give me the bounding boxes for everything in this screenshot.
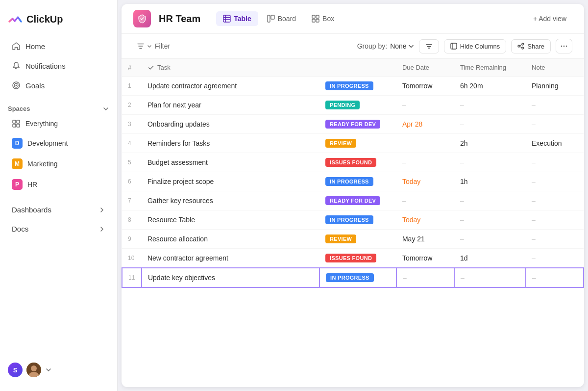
row-due-date: May 21	[396, 230, 454, 249]
hide-columns-button[interactable]: Hide Columns	[444, 39, 507, 53]
svg-point-27	[561, 46, 563, 47]
box-icon	[312, 15, 319, 23]
tab-box-label: Box	[322, 15, 334, 23]
marketing-label: Marketing	[27, 160, 57, 168]
spaces-collapse-icon[interactable]	[102, 105, 109, 112]
status-badge: IN PROGRESS	[326, 273, 374, 282]
dashboards-label: Dashboards	[12, 206, 94, 214]
tab-bar: Table Board Box	[216, 11, 341, 26]
table-row[interactable]: 1 Update contractor agreement IN PROGRES…	[122, 77, 584, 96]
user-dropdown-icon[interactable]	[45, 366, 52, 373]
add-view-button[interactable]: + Add view	[527, 11, 572, 26]
table-row[interactable]: 11 Update key objectives IN PROGRESS – –…	[122, 268, 584, 287]
sidebar-item-goals[interactable]: Goals	[4, 76, 113, 95]
row-task[interactable]: Update contractor agreement	[142, 77, 319, 96]
row-num: 8	[122, 210, 142, 230]
row-task[interactable]: Resource Table	[142, 210, 319, 230]
sidebar-item-dashboards[interactable]: Dashboards	[4, 201, 113, 219]
toolbar: Filter Group by: None Hide Columns Share	[122, 34, 584, 59]
filter-button[interactable]: Filter	[133, 40, 174, 52]
row-task[interactable]: Onboarding updates	[142, 115, 319, 134]
row-status: ISSUES FOUND	[319, 249, 396, 268]
user-area[interactable]: S	[0, 357, 117, 383]
row-task[interactable]: Update key objectives	[142, 268, 319, 287]
sidebar: ClickUp Home Notifications Goals Spaces …	[0, 0, 118, 391]
status-badge: IN PROGRESS	[325, 81, 373, 90]
topbar: HR Team Table Board Box + Add view	[122, 4, 584, 34]
svg-rect-18	[312, 19, 315, 22]
status-badge: IN PROGRESS	[325, 177, 373, 186]
filter-label: Filter	[155, 42, 170, 50]
table-row[interactable]: 3 Onboarding updates READY FOR DEV Apr 2…	[122, 115, 584, 134]
logo: ClickUp	[0, 8, 117, 36]
svg-line-26	[520, 47, 522, 48]
table-row[interactable]: 9 Resource allocation REVIEW May 21 – –	[122, 230, 584, 249]
task-table-wrap: # Task Due Date Time Remaining Note 1 Up…	[122, 59, 584, 387]
col-note[interactable]: Note	[526, 59, 584, 77]
sidebar-item-development[interactable]: D Development	[4, 133, 113, 153]
more-button[interactable]	[556, 39, 572, 53]
share-button[interactable]: Share	[511, 39, 551, 53]
group-by-value[interactable]: None	[390, 42, 414, 50]
sidebar-item-marketing[interactable]: M Marketing	[4, 154, 113, 174]
tab-table[interactable]: Table	[216, 11, 258, 26]
row-task[interactable]: Reminders for Tasks	[142, 134, 319, 153]
sidebar-item-notifications[interactable]: Notifications	[4, 56, 113, 75]
row-task[interactable]: Plan for next year	[142, 96, 319, 115]
row-time-remaining: –	[454, 115, 526, 134]
row-task[interactable]: Gather key resources	[142, 191, 319, 210]
sidebar-item-home[interactable]: Home	[4, 37, 113, 55]
svg-rect-3	[13, 120, 16, 123]
tab-board[interactable]: Board	[260, 11, 303, 26]
svg-rect-20	[451, 43, 457, 49]
row-task[interactable]: Resource allocation	[142, 230, 319, 249]
sidebar-item-everything[interactable]: Everything	[4, 115, 113, 132]
row-due-date: –	[396, 153, 454, 172]
table-row[interactable]: 4 Reminders for Tasks REVIEW – 2h Execut…	[122, 134, 584, 153]
sidebar-item-hr[interactable]: P HR	[4, 175, 113, 194]
row-time-remaining: –	[454, 191, 526, 210]
status-badge: READY FOR DEV	[325, 196, 380, 205]
table-row[interactable]: 7 Gather key resources READY FOR DEV – –…	[122, 191, 584, 210]
table-row[interactable]: 8 Resource Table IN PROGRESS Today – –	[122, 210, 584, 230]
svg-point-8	[31, 365, 37, 371]
row-status: IN PROGRESS	[319, 210, 396, 230]
tab-box[interactable]: Box	[305, 11, 341, 26]
row-task[interactable]: Budget assessment	[142, 153, 319, 172]
sort-button[interactable]	[419, 39, 439, 53]
team-icon	[133, 10, 151, 27]
svg-rect-14	[268, 15, 270, 22]
svg-point-24	[522, 47, 524, 49]
svg-point-29	[566, 46, 567, 47]
status-badge: REVIEW	[325, 235, 356, 243]
table-row[interactable]: 6 Finalize project scope IN PROGRESS Tod…	[122, 172, 584, 191]
table-row[interactable]: 10 New contractor agreement ISSUES FOUND…	[122, 249, 584, 268]
task-table-body: 1 Update contractor agreement IN PROGRES…	[122, 77, 584, 288]
svg-rect-16	[312, 15, 315, 18]
svg-rect-17	[316, 15, 319, 18]
row-note: –	[526, 115, 584, 134]
table-row[interactable]: 2 Plan for next year PENDING – – –	[122, 96, 584, 115]
table-row[interactable]: 5 Budget assessment ISSUES FOUND – – –	[122, 153, 584, 172]
svg-line-25	[520, 45, 522, 46]
sidebar-item-docs[interactable]: Docs	[4, 220, 113, 238]
row-task[interactable]: New contractor agreement	[142, 249, 319, 268]
status-badge: ISSUES FOUND	[325, 158, 376, 167]
development-badge: D	[12, 138, 23, 149]
row-task[interactable]: Finalize project scope	[142, 172, 319, 191]
sort-icon	[425, 43, 433, 50]
home-icon	[12, 42, 21, 51]
row-status: READY FOR DEV	[319, 191, 396, 210]
row-status: PENDING	[319, 96, 396, 115]
row-note: –	[526, 230, 584, 249]
row-time-remaining: –	[454, 96, 526, 115]
group-by: Group by: None	[357, 42, 414, 50]
col-task[interactable]: Task	[142, 59, 319, 77]
everything-label: Everything	[25, 120, 58, 128]
col-time-remaining[interactable]: Time Remaining	[454, 59, 526, 77]
row-num: 3	[122, 115, 142, 134]
svg-rect-19	[316, 19, 319, 22]
page-title: HR Team	[159, 13, 200, 25]
col-due-date[interactable]: Due Date	[396, 59, 454, 77]
row-time-remaining: –	[454, 210, 526, 230]
